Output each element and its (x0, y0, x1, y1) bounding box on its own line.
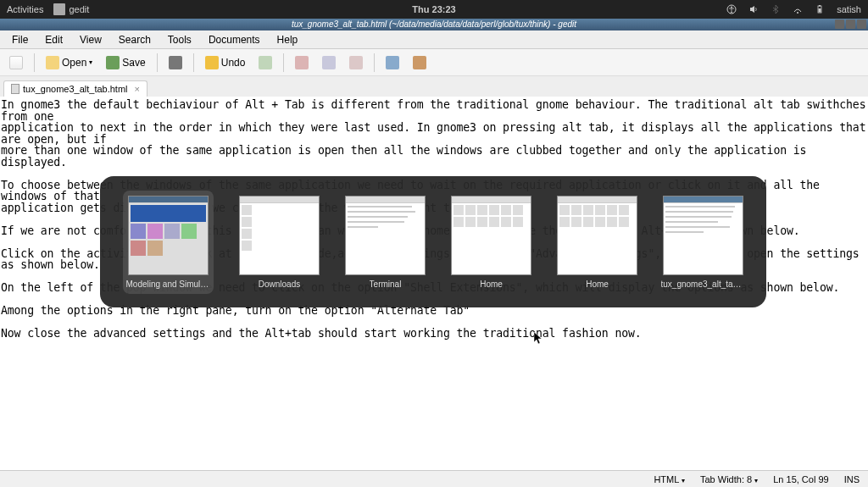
tab-width-label: Tab Width: (700, 474, 744, 484)
undo-button[interactable]: Undo (201, 53, 250, 72)
volume-icon[interactable] (748, 4, 759, 14)
print-icon (169, 56, 182, 69)
clock[interactable]: Thu 23:23 (412, 4, 455, 14)
app-menu-label: gedit (69, 4, 89, 14)
svg-point-2 (797, 12, 798, 14)
chevron-down-icon: ▾ (89, 58, 92, 66)
window-thumbnail (345, 196, 426, 275)
tab-width-selector[interactable]: Tab Width: 8 ▾ (700, 474, 758, 484)
bluetooth-icon[interactable] (771, 4, 781, 14)
undo-label: Undo (221, 57, 246, 69)
activities-button[interactable]: Activities (7, 4, 43, 14)
maximize-button[interactable] (846, 19, 855, 29)
chevron-down-icon: ▾ (754, 477, 758, 484)
window-thumbnail (451, 196, 531, 275)
document-icon (11, 84, 19, 94)
paste-button[interactable] (345, 53, 367, 72)
replace-icon (413, 56, 426, 69)
switcher-item[interactable]: Downloads (239, 196, 320, 289)
tab-width-value: 8 (747, 474, 752, 484)
switcher-label: Home (586, 279, 609, 289)
insert-mode: INS (844, 474, 860, 484)
user-menu[interactable]: satish (837, 4, 861, 14)
separator (283, 53, 284, 72)
copy-icon (322, 56, 336, 69)
cut-button[interactable] (291, 53, 313, 72)
document-tab-bar: tux_gnome3_alt_tab.html × (0, 76, 868, 97)
open-icon (46, 56, 59, 69)
undo-icon (205, 56, 219, 69)
find-icon (386, 56, 399, 69)
open-button[interactable]: Open▾ (42, 53, 97, 72)
redo-icon (259, 56, 272, 69)
menu-documents[interactable]: Documents (200, 32, 269, 47)
window-title: tux_gnome3_alt_tab.html (~/data/media/da… (292, 19, 576, 29)
menu-help[interactable]: Help (269, 32, 307, 47)
app-menu[interactable]: gedit (53, 3, 89, 15)
save-label: Save (122, 57, 145, 69)
svg-rect-4 (819, 5, 821, 7)
new-button[interactable] (5, 53, 27, 72)
gedit-icon (53, 3, 65, 15)
window-thumbnail (239, 196, 320, 275)
status-bar: HTML ▾ Tab Width: 8 ▾ Ln 15, Col 99 INS (0, 470, 868, 487)
accessibility-icon[interactable] (726, 4, 737, 14)
paste-icon (349, 56, 363, 69)
switcher-label: Home (480, 279, 503, 289)
battery-icon[interactable] (815, 4, 825, 14)
window-titlebar: tux_gnome3_alt_tab.html (~/data/media/da… (0, 19, 868, 30)
window-thumbnail (128, 196, 209, 275)
network-icon[interactable] (793, 4, 803, 14)
separator (34, 53, 35, 72)
switcher-label: Terminal (370, 279, 402, 289)
switcher-label: Modeling and Simulatio... (126, 279, 211, 289)
copy-button[interactable] (318, 53, 340, 72)
minimize-button[interactable] (835, 19, 844, 29)
document-tab[interactable]: tux_gnome3_alt_tab.html × (3, 80, 147, 97)
window-thumbnail (663, 196, 743, 275)
toolbar: Open▾ Save Undo (0, 49, 868, 76)
redo-button[interactable] (254, 53, 276, 72)
menu-edit[interactable]: Edit (36, 32, 71, 47)
switcher-label: tux_gnome3_alt_tab.ht... (661, 279, 746, 289)
cursor-position: Ln 15, Col 99 (773, 474, 828, 484)
switcher-item[interactable]: Home (451, 196, 531, 289)
print-button[interactable] (164, 53, 186, 72)
switcher-item[interactable]: tux_gnome3_alt_tab.ht... (663, 196, 743, 289)
menu-bar: File Edit View Search Tools Documents He… (0, 30, 868, 49)
switcher-item[interactable]: Terminal (345, 196, 426, 289)
replace-button[interactable] (409, 53, 431, 72)
switcher-item[interactable]: Modeling and Simulatio... (123, 191, 214, 294)
switcher-item[interactable]: Home (557, 196, 637, 289)
window-thumbnail (557, 196, 637, 275)
svg-point-1 (731, 7, 732, 8)
save-icon (106, 56, 120, 69)
separator (374, 53, 375, 72)
svg-rect-5 (819, 8, 821, 13)
syntax-selector[interactable]: HTML ▾ (654, 474, 685, 484)
open-label: Open (62, 57, 86, 69)
menu-view[interactable]: View (71, 32, 110, 47)
menu-tools[interactable]: Tools (159, 32, 200, 47)
save-button[interactable]: Save (102, 53, 149, 72)
find-button[interactable] (381, 53, 403, 72)
mouse-cursor (534, 332, 544, 348)
gnome-top-panel: Activities gedit Thu 23:23 satish (0, 0, 868, 19)
menu-file[interactable]: File (3, 32, 36, 47)
syntax-label: HTML (654, 474, 679, 484)
switcher-label: Downloads (259, 279, 300, 289)
separator (157, 53, 158, 72)
separator (193, 53, 194, 72)
close-button[interactable] (857, 19, 866, 29)
tab-close-icon[interactable]: × (135, 84, 140, 94)
alt-tab-switcher: Modeling and Simulatio... Downloads T (100, 176, 766, 307)
new-icon (9, 56, 23, 69)
menu-search[interactable]: Search (110, 32, 159, 47)
cut-icon (295, 56, 309, 69)
chevron-down-icon: ▾ (682, 477, 685, 484)
tab-label: tux_gnome3_alt_tab.html (23, 84, 128, 94)
